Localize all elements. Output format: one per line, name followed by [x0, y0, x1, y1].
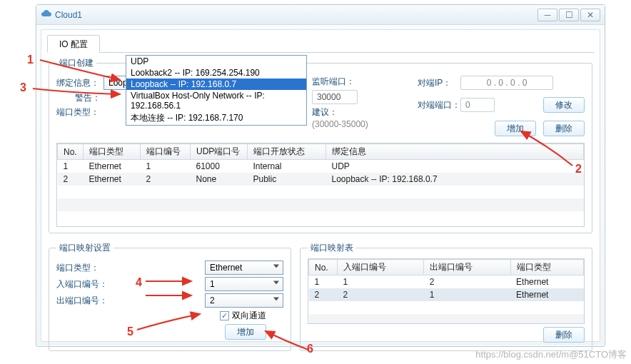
peer-ip-input[interactable]: 0 . 0 . 0 . 0	[460, 76, 553, 90]
port-map-table-legend: 端口映射表	[308, 242, 356, 254]
port-map-legend: 端口映射设置	[56, 242, 113, 254]
dropdown-item[interactable]: Lookback2 -- IP: 169.254.254.190	[126, 67, 306, 79]
group-port-map-table: 端口映射表 No. 入端口编号 出端口编号 端口类型 112Ethernet	[300, 242, 592, 351]
dropdown-item[interactable]: VirtualBox Host-Only Network -- IP: 192.…	[126, 90, 306, 111]
tab-io-config[interactable]: IO 配置	[47, 35, 100, 53]
in-port-label: 入端口编号：	[56, 278, 118, 290]
map-type-combo[interactable]: Ethernet	[205, 261, 283, 275]
app-icon	[41, 9, 52, 21]
close-button[interactable]: ✕	[580, 9, 600, 21]
dropdown-item[interactable]: UDP	[126, 56, 306, 67]
modify-button[interactable]: 修改	[543, 97, 585, 113]
annotation-2: 2	[575, 163, 582, 176]
peer-port-input[interactable]: 0	[460, 98, 495, 112]
bidir-checkbox[interactable]	[220, 311, 229, 320]
in-port-combo[interactable]: 1	[205, 277, 283, 291]
advice-label: 建议：	[312, 106, 338, 118]
advice-range: (30000-35000)	[312, 119, 405, 129]
map-table[interactable]: No. 入端口编号 出端口编号 端口类型 112Ethernet 221Ethe…	[308, 259, 584, 324]
peer-port-label: 对端端口：	[418, 99, 460, 111]
port-create-legend: 端口创建	[56, 57, 96, 69]
annotation-3: 3	[20, 81, 26, 94]
annotation-4: 4	[136, 276, 142, 289]
delete-map-button[interactable]: 删除	[543, 327, 585, 343]
annotation-5: 5	[127, 325, 133, 338]
group-port-map: 端口映射设置 端口类型： Ethernet 入端口编号： 1 出端口编号： 2	[49, 242, 291, 351]
titlebar: Cloud1 ─ ☐ ✕	[36, 5, 605, 25]
client-area: IO 配置 端口创建 绑定信息： Loopback -- IP: 192.168…	[41, 29, 600, 342]
map-type-label: 端口类型：	[56, 262, 118, 274]
table-row[interactable]: 1Ethernet161000InternalUDP	[58, 160, 584, 173]
annotation-1: 1	[27, 54, 34, 66]
port-table[interactable]: No. 端口类型 端口编号 UDP端口号 端口开放状态 绑定信息 1Ethern…	[57, 143, 584, 224]
peer-ip-label: 对端IP：	[418, 77, 460, 89]
bind-info-label: 绑定信息：	[56, 77, 104, 89]
out-port-combo[interactable]: 2	[205, 293, 283, 308]
dropdown-item[interactable]: 本地连接 -- IP: 192.168.7.170	[126, 111, 306, 125]
add-port-button[interactable]: 增加	[495, 121, 536, 136]
window-title: Cloud1	[55, 10, 82, 20]
bind-info-dropdown[interactable]: UDP Lookback2 -- IP: 169.254.254.190 Loo…	[126, 55, 307, 126]
table-row[interactable]: 221Ethernet	[309, 288, 584, 301]
maximize-button[interactable]: ☐	[559, 9, 579, 21]
tabstrip: IO 配置	[47, 34, 594, 53]
warn-label: 警告：	[56, 92, 104, 104]
listen-port-label: 监听端口：	[312, 76, 355, 88]
watermark: https://blog.csdn.net/m@51CTO博客	[475, 348, 627, 361]
out-port-label: 出端口编号：	[56, 295, 118, 307]
annotation-6: 6	[307, 343, 313, 355]
bidir-label: 双向通道	[232, 310, 266, 322]
listen-port-input[interactable]: 30000	[312, 90, 358, 104]
delete-port-button[interactable]: 删除	[543, 121, 585, 136]
port-type-label: 端口类型：	[56, 106, 104, 118]
app-window: Cloud1 ─ ☐ ✕ IO 配置 端口创建 绑定信息： Loopback -…	[36, 4, 605, 347]
table-row[interactable]: 2Ethernet2NonePublicLoopback -- IP: 192.…	[58, 173, 584, 186]
dropdown-item[interactable]: Loopback -- IP: 192.168.0.7	[126, 79, 306, 90]
add-map-button[interactable]: 增加	[225, 324, 266, 340]
table-row[interactable]: 112Ethernet	[309, 275, 584, 289]
minimize-button[interactable]: ─	[537, 9, 557, 21]
